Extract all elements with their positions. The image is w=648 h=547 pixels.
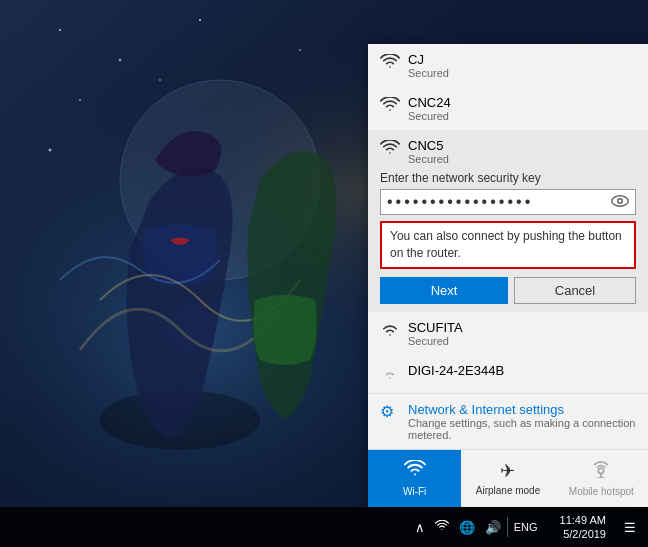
svg-point-9 (49, 149, 52, 152)
network-settings-item[interactable]: ⚙ Network & Internet settings Change set… (368, 394, 648, 449)
wifi-signal-icon-cnc5 (380, 140, 400, 160)
taskbar-right: ∧ 🌐 🔊 ENG 11:49 AM 5/2/2019 ☰ (407, 507, 648, 547)
network-settings-info: Network & Internet settings Change setti… (408, 402, 636, 441)
wifi-signal-icon-cj (380, 54, 400, 74)
tray-expand-icon[interactable]: ∧ (411, 518, 429, 537)
taskbar-date: 5/2/2019 (560, 527, 606, 541)
wps-hint-text: You can also connect by pushing the butt… (390, 229, 622, 260)
cnc5-header-row: CNC5 Secured (380, 138, 636, 165)
password-input-wrapper (380, 189, 636, 215)
network-status-cnc24: Secured (408, 110, 636, 122)
hotspot-quick-label: Mobile hotspot (569, 486, 634, 497)
network-item-digi[interactable]: DIGI-24-2E344B (368, 355, 648, 393)
next-button[interactable]: Next (380, 277, 508, 304)
svg-point-5 (119, 59, 122, 62)
action-buttons: Next Cancel (380, 277, 636, 304)
quick-action-airplane[interactable]: ✈ Airplane mode (461, 450, 554, 507)
quick-action-wifi[interactable]: Wi-Fi (368, 450, 461, 507)
tray-separator (507, 517, 508, 537)
wifi-signal-icon-cnc24 (380, 97, 400, 117)
network-name-scufita: SCUFITA (408, 320, 636, 335)
svg-point-8 (159, 79, 161, 81)
cancel-button[interactable]: Cancel (514, 277, 636, 304)
network-item-cj[interactable]: CJ Secured (368, 44, 648, 87)
tray-globe-icon[interactable]: 🌐 (455, 518, 479, 537)
taskbar-time: 11:49 AM (560, 513, 606, 527)
network-item-cnc24[interactable]: CNC24 Secured (368, 87, 648, 130)
network-settings-title: Network & Internet settings (408, 402, 636, 417)
network-name-digi: DIGI-24-2E344B (408, 363, 636, 378)
taskbar-clock[interactable]: 11:49 AM 5/2/2019 (552, 513, 614, 542)
system-tray: ∧ 🌐 🔊 ENG (407, 507, 546, 547)
network-name-cnc24: CNC24 (408, 95, 636, 110)
tray-language[interactable]: ENG (510, 519, 542, 535)
wifi-signal-icon-scufita (380, 322, 400, 342)
notification-icon[interactable]: ☰ (620, 518, 640, 537)
tray-volume-icon[interactable]: 🔊 (481, 518, 505, 537)
network-info-digi: DIGI-24-2E344B (408, 363, 636, 378)
network-name-cj: CJ (408, 52, 636, 67)
wifi-signal-icon-digi (380, 365, 400, 385)
taskbar: ∧ 🌐 🔊 ENG 11:49 AM 5/2/2019 ☰ (0, 507, 648, 547)
network-info-scufita: SCUFITA Secured (408, 320, 636, 347)
quick-action-hotspot[interactable]: Mobile hotspot (555, 450, 648, 507)
network-info-cnc5: CNC5 Secured (408, 138, 636, 165)
svg-point-13 (618, 199, 623, 204)
network-info-cj: CJ Secured (408, 52, 636, 79)
network-status-cj: Secured (408, 67, 636, 79)
network-settings-icon: ⚙ (380, 402, 400, 421)
svg-point-14 (599, 468, 604, 473)
password-input[interactable] (387, 193, 611, 211)
wifi-quick-icon (404, 460, 426, 483)
network-info-cnc24: CNC24 Secured (408, 95, 636, 122)
svg-point-4 (59, 29, 61, 31)
hotspot-quick-icon (590, 460, 612, 483)
network-item-cnc5-expanded: CNC5 Secured Enter the network security … (368, 130, 648, 312)
security-key-label: Enter the network security key (380, 171, 636, 185)
wifi-panel: CJ Secured CNC24 Secured (368, 44, 648, 507)
show-password-icon[interactable] (611, 194, 629, 211)
network-status-cnc5: Secured (408, 153, 636, 165)
network-status-scufita: Secured (408, 335, 636, 347)
network-name-cnc5: CNC5 (408, 138, 636, 153)
svg-point-10 (299, 49, 301, 51)
network-item-scufita[interactable]: SCUFITA Secured (368, 312, 648, 355)
tray-wifi-icon[interactable] (431, 518, 453, 537)
svg-point-12 (612, 196, 629, 207)
wifi-quick-label: Wi-Fi (403, 486, 426, 497)
svg-point-6 (79, 99, 81, 101)
airplane-quick-label: Airplane mode (476, 485, 540, 496)
wps-hint-box: You can also connect by pushing the butt… (380, 221, 636, 269)
airplane-quick-icon: ✈ (500, 460, 515, 482)
svg-point-7 (199, 19, 201, 21)
network-settings-desc: Change settings, such as making a connec… (408, 417, 636, 441)
quick-actions-bar: Wi-Fi ✈ Airplane mode Mobile hotspot (368, 449, 648, 507)
